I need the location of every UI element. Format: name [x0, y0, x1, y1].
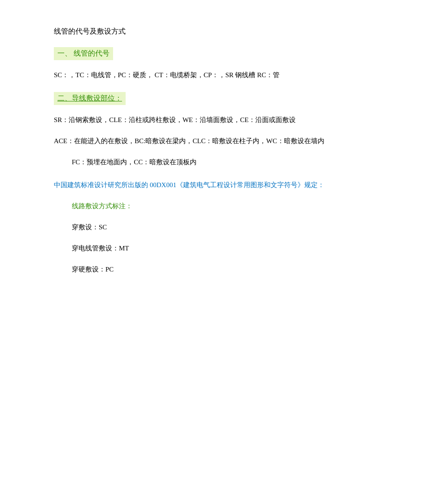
- section-2-line3: FC：预埋在地面内，CC：暗敷设在顶板内: [72, 156, 370, 168]
- section-3-item3-text: 穿硬敷设：PC: [72, 266, 114, 273]
- section-1-content: SC：，TC：电线管，PC：硬质， CT：电缆桥架，CP：，SR 钢线槽 RC：…: [54, 69, 370, 81]
- section-2-heading-text: 二、导线敷设部位：: [57, 94, 122, 102]
- section-2-line1: SR：沿钢索敷设，CLE：沿柱或跨柱敷设，WE：沿墙面敷设，CE：沿面或面敷设: [54, 114, 370, 126]
- main-title-text: 线管的代号及敷设方式: [54, 27, 126, 35]
- section-2-line1-text: SR：沿钢索敷设，CLE：沿柱或跨柱敷设，WE：沿墙面敷设，CE：沿面或面敷设: [54, 116, 296, 123]
- section-2-line2-text: ACE：在能进入的在敷设，BC:暗敷设在梁内，CLC：暗敷设在柱子内，WC：暗敷…: [54, 137, 324, 145]
- section-2: 二、导线敷设部位： SR：沿钢索敷设，CLE：沿柱或跨柱敷设，WE：沿墙面敷设，…: [54, 92, 370, 168]
- section-3-item1: 穿敷设：SC: [72, 221, 370, 233]
- section-3-link: 中国建筑标准设计研究所出版的 00DX001《建筑电气工程设计常用图形和文字符号…: [54, 179, 370, 191]
- page-container: 线管的代号及敷设方式 一、 线管的代号 SC：，TC：电线管，PC：硬质， CT…: [0, 0, 424, 504]
- section-2-line3-text: FC：预埋在地面内，CC：暗敷设在顶板内: [72, 158, 197, 166]
- section-2-heading: 二、导线敷设部位：: [54, 92, 126, 105]
- section-3-sub-heading-text: 线路敷设方式标注：: [72, 202, 132, 210]
- section-1-heading-text: 一、 线管的代号: [57, 49, 109, 57]
- section-3-link-text: 中国建筑标准设计研究所出版的 00DX001《建筑电气工程设计常用图形和文字符号…: [54, 181, 324, 188]
- section-3-sub-heading: 线路敷设方式标注：: [72, 200, 370, 212]
- section-3: 中国建筑标准设计研究所出版的 00DX001《建筑电气工程设计常用图形和文字符号…: [54, 179, 370, 276]
- section-3-item1-text: 穿敷设：SC: [72, 224, 107, 231]
- section-3-item2-text: 穿电线管敷设：MT: [72, 245, 129, 252]
- section-1-content-text: SC：，TC：电线管，PC：硬质， CT：电缆桥架，CP：，SR 钢线槽 RC：…: [54, 71, 280, 79]
- section-1-heading: 一、 线管的代号: [54, 47, 113, 60]
- section-3-item3: 穿硬敷设：PC: [72, 263, 370, 276]
- section-3-item2: 穿电线管敷设：MT: [72, 242, 370, 254]
- main-title: 线管的代号及敷设方式: [54, 27, 370, 36]
- section-2-line2: ACE：在能进入的在敷设，BC:暗敷设在梁内，CLC：暗敷设在柱子内，WC：暗敷…: [54, 135, 370, 147]
- section-1: 一、 线管的代号 SC：，TC：电线管，PC：硬质， CT：电缆桥架，CP：，S…: [54, 47, 370, 81]
